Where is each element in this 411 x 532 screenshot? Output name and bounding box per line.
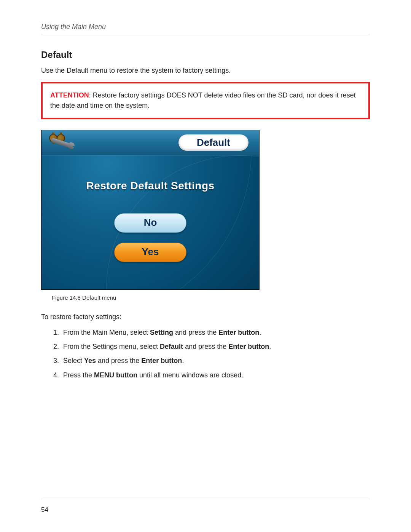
page-number: 54: [41, 506, 370, 514]
figure-caption: Figure 14.8 Default menu: [52, 294, 370, 301]
section-title: Default: [41, 50, 370, 60]
screen-title-pill: Default: [178, 134, 249, 151]
step-item: From the Settings menu, select Default a…: [61, 342, 370, 351]
divider-top: [41, 34, 370, 34]
screenshot-titlebar: Default: [41, 130, 259, 155]
step-item: Press the MENU button until all menu win…: [61, 371, 370, 380]
running-header: Using the Main Menu: [41, 23, 370, 31]
steps-lead-in: To restore factory settings:: [41, 313, 370, 321]
attention-text: : Restore factory settings DOES NOT dele…: [50, 91, 356, 109]
section-intro: Use the Default menu to restore the syst…: [41, 66, 370, 76]
yes-button[interactable]: Yes: [114, 243, 186, 262]
attention-label: ATTENTION: [50, 91, 89, 99]
no-button[interactable]: No: [114, 213, 186, 233]
restore-prompt: Restore Default Settings: [41, 180, 259, 192]
default-menu-screenshot: Default Restore Default Settings No Yes: [41, 130, 260, 290]
step-item: Select Yes and press the Enter button.: [61, 356, 370, 366]
divider-bottom: [41, 499, 370, 499]
attention-callout: ATTENTION: Restore factory settings DOES…: [41, 82, 370, 119]
step-item: From the Main Menu, select Setting and p…: [61, 328, 370, 337]
steps-list: From the Main Menu, select Setting and p…: [41, 328, 370, 380]
screen-title: Default: [197, 137, 230, 148]
settings-icon: [48, 134, 75, 152]
